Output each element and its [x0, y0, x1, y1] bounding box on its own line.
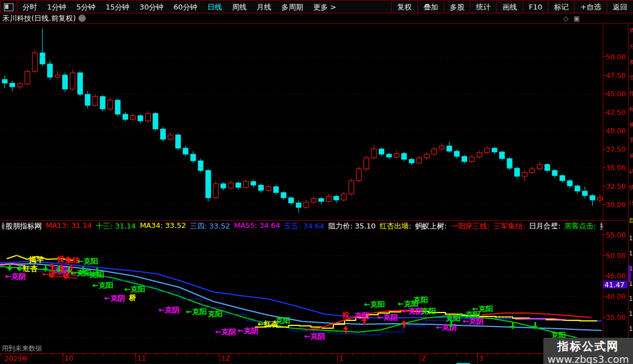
timeline-tick [94, 354, 94, 356]
tab-period-日线[interactable]: 日线 [202, 2, 227, 12]
candle-body [447, 146, 452, 151]
signal-label: 投 [342, 311, 350, 319]
indicator-gridline [0, 338, 603, 338]
diamond-icon[interactable]: ◇ [563, 15, 568, 22]
candle-body [492, 148, 497, 152]
timeline-tick [394, 354, 394, 356]
window-layout-iconbox[interactable] [0, 1, 17, 13]
main-axis-label: 30.00 [606, 200, 626, 209]
timeline-tick [497, 354, 498, 356]
tab-period-15分钟[interactable]: 15分钟 [101, 2, 135, 12]
menu-标记[interactable]: 标记 [548, 1, 574, 13]
candle-body [485, 148, 490, 153]
candle-body [341, 194, 346, 200]
down-arrow-icon [80, 267, 86, 274]
candle-body [115, 100, 120, 114]
tab-period-60分钟[interactable]: 60分钟 [169, 2, 203, 12]
main-axis-tick [603, 149, 606, 150]
timeline-tick [529, 354, 529, 356]
timeline-tick [415, 354, 415, 356]
signal-label: ←克阴 [215, 328, 236, 336]
up-arrow-icon [49, 263, 55, 270]
tab-period-1分钟[interactable]: 1分钟 [42, 2, 71, 12]
tab-period-更多 >[interactable]: 更多 > [308, 2, 341, 12]
tab-period-5分钟[interactable]: 5分钟 [71, 2, 100, 12]
sidebar-purple-block [629, 265, 631, 282]
main-axis-tick [603, 94, 606, 94]
menu-统计[interactable]: 统计 [470, 1, 496, 13]
candle-body [63, 75, 68, 89]
candle-body [85, 94, 90, 105]
candle-body [583, 191, 588, 195]
main-axis-tick [603, 204, 606, 205]
indicator-chart[interactable]: 揭竿投集结←克阳←红杏克阴←破三破三←克阳克阳←克阴←克阳←克阳桥←克阴←克阴←… [0, 231, 603, 342]
sidebar-char: 标 [629, 105, 633, 113]
right-sidebar-strip[interactable]: 势分多空指标换手筹码统计自111111111 [628, 24, 633, 364]
sidebar-char: 多 [629, 58, 633, 66]
timeline-axis[interactable]: 2025年101112123 [0, 353, 627, 363]
menu-返回[interactable]: 返回 [607, 1, 633, 13]
timeline-tick [166, 354, 166, 356]
menu-多股[interactable]: 多股 [444, 1, 470, 13]
menu-复权[interactable]: 复权 [391, 1, 417, 13]
menu-画线[interactable]: 画线 [496, 1, 523, 13]
indicator-axis-tick [603, 255, 606, 256]
timeline-month-mark [220, 354, 220, 363]
watermark-title: 指标公式网 [543, 339, 633, 354]
candle-body [454, 151, 459, 156]
candle-body [146, 114, 151, 121]
timeline-month-mark [136, 354, 136, 363]
main-axis-label: 40.00 [606, 127, 626, 135]
candle-body [326, 196, 331, 201]
watermark-url: www.zbgs3.com [543, 353, 633, 364]
candle-body [319, 198, 324, 201]
candle-body [507, 158, 512, 168]
candle-body [394, 153, 399, 157]
chevron-down-icon[interactable]: ˅ [78, 15, 86, 22]
tab-period-月线[interactable]: 月线 [252, 2, 276, 12]
candle-body [25, 71, 30, 83]
down-arrow-icon [94, 268, 100, 275]
candle-body [236, 183, 241, 188]
panel-icon[interactable]: ▣ [574, 15, 580, 22]
menu-叠加[interactable]: 叠加 [417, 1, 444, 13]
signal-label: ←克阳 [472, 305, 493, 313]
tab-period-多周期[interactable]: 多周期 [276, 2, 308, 12]
timeline-month-label: 10 [64, 354, 73, 362]
timeline-tick [218, 354, 218, 356]
candle-body [515, 168, 520, 176]
timeline-tick [83, 354, 83, 356]
candle-body [213, 184, 218, 198]
up-arrow-icon [361, 318, 367, 325]
tab-period-分时[interactable]: 分时 [17, 2, 42, 12]
sidebar-char: 码 [629, 168, 633, 176]
future-data-note: 用到未来数据 [2, 344, 42, 353]
candle-body [258, 185, 263, 190]
watermark-box: 指标公式网 www.zbgs3.com [543, 338, 633, 364]
timeline-tick [373, 354, 374, 356]
sidebar-char: 势 [629, 27, 633, 35]
timeline-tick [456, 354, 457, 356]
main-gridline [0, 204, 603, 205]
sidebar-char: 分 [629, 43, 633, 50]
timeline-tick [384, 354, 384, 356]
candle-body [469, 157, 474, 162]
signal-label: ←克阴 [463, 318, 483, 325]
candle-body [17, 84, 22, 87]
indicator-value: 三军集结: [494, 221, 525, 231]
sidebar-char-self: 自 [629, 217, 633, 225]
timeline-tick [446, 354, 446, 356]
down-arrow-icon [17, 264, 22, 272]
candle-body [500, 152, 505, 158]
menu-+自选[interactable]: +自选 [574, 1, 607, 13]
main-candlestick-chart[interactable] [0, 24, 603, 220]
timeline-tick [104, 354, 104, 356]
indicator-chevron-icon[interactable]: ˅ [2, 222, 4, 230]
tab-period-30分钟[interactable]: 30分钟 [134, 2, 169, 12]
period-menu: 分时1分钟5分钟15分钟30分钟60分钟日线周线月线多周期更多 > [17, 2, 341, 12]
candle-body [48, 64, 53, 77]
main-gridline [0, 57, 603, 57]
tab-period-周线[interactable]: 周线 [227, 2, 252, 12]
candle-body [153, 114, 158, 129]
menu-F10[interactable]: F10 [523, 1, 548, 13]
